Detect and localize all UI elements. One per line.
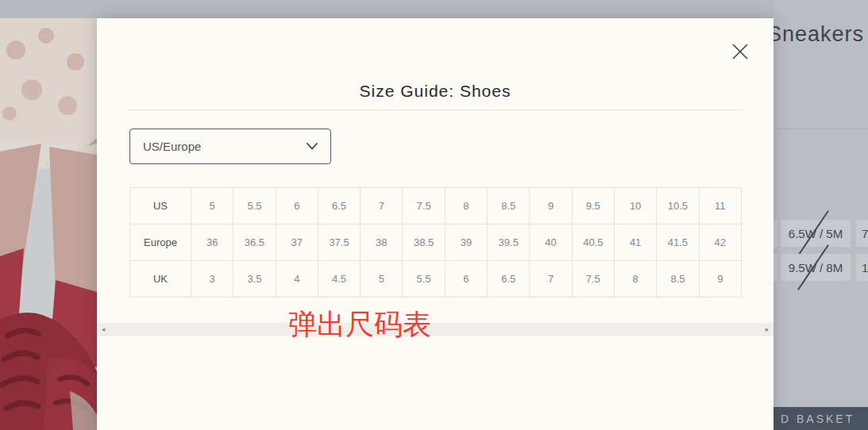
size-table-cell: 39 [445, 225, 487, 261]
size-option-partial-left[interactable] [773, 220, 777, 247]
size-table-cell: 5.5 [403, 261, 445, 298]
size-option-label: 1 [862, 261, 868, 275]
size-table-cell: 36 [191, 225, 233, 261]
size-table-cell: 40.5 [572, 225, 614, 261]
size-table-cell: 36.5 [233, 225, 276, 261]
size-table-cell: 6.5 [318, 188, 360, 225]
size-table-cell: 37.5 [318, 225, 360, 261]
size-table-cell: 9.5 [572, 188, 614, 225]
size-table-cell: 7 [530, 261, 572, 298]
size-option-9-5w-8m[interactable]: 9.5W / 8M [781, 254, 851, 281]
product-page-panel: Sneakers 6.5W / 5M 7 9.5W / 8M 1 D BASKE… [773, 0, 868, 430]
scroll-right-arrow-icon[interactable]: ▸ [761, 323, 773, 336]
size-table-cell: 8.5 [488, 188, 530, 225]
size-table-cell: 5 [191, 188, 233, 225]
size-option-partial-right[interactable]: 7 [856, 220, 868, 247]
size-table-cell: 8.5 [657, 261, 699, 298]
horizontal-scrollbar[interactable]: ◂ ▸ [97, 323, 773, 336]
size-table-cell: 3.5 [233, 261, 276, 298]
close-icon [731, 43, 749, 60]
add-to-basket-label: D BASKET [781, 413, 854, 425]
size-table-cell: 40 [530, 225, 572, 261]
size-table-cell: 6 [445, 261, 487, 298]
size-guide-modal: Size Guide: Shoes US/Europe US55.566.577… [97, 18, 773, 430]
size-table-cell: 5 [361, 261, 403, 298]
region-select-value: US/Europe [143, 140, 307, 153]
size-table-cell: 38 [361, 225, 403, 261]
size-conversion-table: US55.566.577.588.599.51010.511Europe3636… [129, 187, 742, 298]
product-photo-illustration [0, 18, 97, 430]
size-table-cell: 42 [699, 225, 741, 261]
size-option-6-5w-5m[interactable]: 6.5W / 5M [781, 220, 851, 247]
title-divider [127, 109, 744, 110]
size-table-cell: 7.5 [403, 188, 445, 225]
size-table-cell: 6 [276, 188, 318, 225]
size-table-cell: 10.5 [657, 188, 699, 225]
size-table-cell: 8 [614, 261, 656, 298]
add-to-basket-button[interactable]: D BASKET [773, 407, 868, 430]
size-table-body: US55.566.577.588.599.51010.511Europe3636… [130, 188, 742, 298]
size-table-cell: 41 [614, 225, 656, 261]
size-table-row-label: US [130, 188, 191, 225]
modal-title: Size Guide: Shoes [97, 82, 773, 101]
size-table-cell: 11 [699, 188, 741, 225]
size-table-cell: 39.5 [488, 225, 530, 261]
size-table-cell: 9 [699, 261, 741, 298]
close-button[interactable] [730, 41, 750, 62]
region-select[interactable]: US/Europe [129, 129, 331, 164]
size-option-label: 7 [862, 227, 868, 240]
size-table-cell: 37 [276, 225, 318, 261]
size-table-cell: 41.5 [657, 225, 699, 261]
size-table-row: Europe3636.53737.53838.53939.54040.54141… [130, 225, 742, 261]
size-table-cell: 6.5 [488, 261, 530, 298]
size-table-cell: 4 [276, 261, 318, 298]
size-option-label: 6.5W / 5M [789, 227, 843, 240]
size-table-cell: 9 [530, 188, 572, 225]
panel-divider [773, 129, 868, 129]
size-table-row-label: Europe [130, 225, 191, 261]
size-table-cell: 3 [191, 261, 233, 298]
size-option-label: 9.5W / 8M [789, 261, 843, 275]
size-table-cell: 10 [614, 188, 656, 225]
product-photo [0, 18, 97, 430]
size-option-partial-right[interactable]: 1 [856, 254, 868, 281]
size-table-cell: 7.5 [572, 261, 614, 298]
size-table-row: UK33.544.555.566.577.588.59 [130, 261, 742, 298]
size-table-cell: 4.5 [318, 261, 360, 298]
scroll-left-arrow-icon[interactable]: ◂ [97, 323, 110, 336]
size-table-cell: 5.5 [233, 188, 276, 225]
product-title: Sneakers [773, 22, 864, 47]
size-table-cell: 8 [445, 188, 487, 225]
size-table-cell: 7 [361, 188, 403, 225]
size-table-cell: 38.5 [403, 225, 445, 261]
chevron-down-icon [307, 143, 318, 150]
size-table-row-label: UK [130, 261, 191, 298]
size-table-row: US55.566.577.588.599.51010.511 [130, 188, 742, 225]
size-option-partial-left[interactable] [773, 254, 777, 281]
